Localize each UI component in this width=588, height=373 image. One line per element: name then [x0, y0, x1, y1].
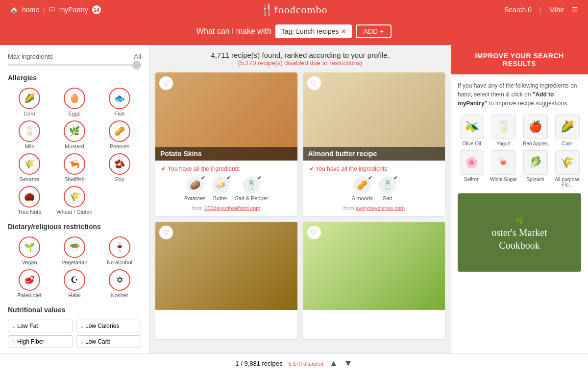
- allergy-label: Wheat / Gluten: [56, 209, 92, 215]
- source-link-1[interactable]: 100daysofrealfood.com: [204, 205, 260, 211]
- allergy-item-shellfish[interactable]: 🦐 Shellfish: [53, 153, 96, 182]
- max-ingredients-section: Max ingredients All: [8, 53, 141, 66]
- diet-item-vegan[interactable]: 🌱 Vegan: [8, 236, 51, 265]
- check-icon: ✔: [257, 175, 261, 181]
- diet-item-halal[interactable]: ☪ Halal: [53, 269, 96, 298]
- check-icon: ✔: [393, 175, 397, 181]
- search-bar: What can I make with Tag: Lunch recipes …: [0, 20, 588, 45]
- allergy-item-milk[interactable]: 🥛 Milk: [8, 120, 51, 149]
- allergy-item-eggs[interactable]: 🥚 Eggs: [53, 88, 96, 117]
- results-count: 4,711 recipe(s) found, ranked according …: [155, 51, 445, 59]
- allergy-icon: 🥛: [19, 120, 40, 142]
- diet-item-paleo-diet[interactable]: 🥩 Paleo diet: [8, 269, 51, 298]
- allergy-item-soy[interactable]: 🫘 Soy: [98, 153, 141, 182]
- pagination-bar: 1 / 9,881 recipes 5,170 disabled ▲ ▼: [0, 353, 588, 373]
- sidebar: Max ingredients All Allergies 🌽 Corn 🥚 E…: [0, 45, 149, 373]
- nutri-btn-low-carb[interactable]: ↓ Low Carb: [76, 335, 141, 348]
- favorite-button-1[interactable]: ♡: [159, 76, 173, 90]
- suggest-item-spinach[interactable]: 🥬 Spinach: [521, 150, 549, 187]
- favorite-button-3[interactable]: ♡: [159, 226, 173, 239]
- suggest-item-corn[interactable]: 🌽 Corn: [553, 115, 581, 146]
- diet-item-kosher[interactable]: ✡ Kosher: [98, 269, 141, 298]
- suggest-label: White Sugar: [490, 177, 517, 182]
- home-link[interactable]: home: [22, 6, 39, 14]
- diet-item-vegetarian[interactable]: 🥗 Vegetarian: [53, 236, 96, 265]
- suggest-label: Spinach: [526, 177, 544, 182]
- allergy-item-wheat-/-gluten[interactable]: 🌾 Wheat / Gluten: [53, 186, 96, 215]
- suggest-item-white-sugar[interactable]: 🍬 White Sugar: [490, 150, 517, 187]
- suggest-item-all-purpose-flo...[interactable]: 🌾 All-purpose Flo...: [553, 150, 581, 187]
- diet-heading: Dietary/religious restrictions: [8, 223, 141, 231]
- main-content: 4,711 recipe(s) found, ranked according …: [149, 45, 451, 373]
- allergy-icon: 🐟: [109, 88, 130, 109]
- nutri-btn-low-fat[interactable]: ↓ Low Fat: [8, 320, 73, 332]
- suggest-label: Red Apples: [523, 141, 548, 146]
- ingredient-label: Salt: [383, 195, 392, 201]
- header-right: Search 0 | Mihir ☰: [504, 6, 578, 14]
- nutritional-section: Nutritional values ↓ Low Fat↓ Low Calori…: [8, 306, 141, 348]
- source-link-2[interactable]: everydaydishes.com: [356, 205, 405, 211]
- suggest-item-olive-oil[interactable]: 🫒 Olive Oil: [458, 115, 486, 146]
- recipe-image-1: ♡ Potato Skins: [155, 72, 297, 161]
- improve-body: If you have any of the following ingredi…: [451, 74, 588, 279]
- mypantry-badge: 14: [92, 5, 101, 14]
- diet-icon: 🥩: [19, 269, 40, 291]
- ingredient-icon: 🧂 ✔: [243, 176, 260, 194]
- diet-item-no-alcohol[interactable]: 🍷 No alcohol: [98, 236, 141, 265]
- ingredient-icon: 🧈 ✔: [212, 176, 229, 194]
- diet-label: Paleo diet: [18, 292, 42, 298]
- allergy-icon: 🦐: [64, 153, 85, 175]
- tag-remove[interactable]: ×: [342, 27, 345, 35]
- results-header: 4,711 recipe(s) found, ranked according …: [155, 51, 445, 67]
- diet-label: Halal: [68, 292, 80, 298]
- recipe-info-2: ✔ You have all the ingredients 🥜 ✔ Almon…: [303, 161, 445, 216]
- ingredients-slider-track: [8, 64, 141, 66]
- add-ingredient-button[interactable]: ADD +: [356, 24, 392, 38]
- suggest-item-red-apples[interactable]: 🍎 Red Apples: [521, 115, 549, 146]
- cookbook-text: 🌿 oster's MarketCookbook: [491, 213, 547, 252]
- allergy-label: Peanuts: [110, 143, 129, 149]
- allergy-item-mustard[interactable]: 🌿 Mustard: [53, 120, 96, 149]
- allergy-icon: 🌰: [19, 186, 40, 208]
- menu-icon[interactable]: ☰: [572, 6, 578, 14]
- suggest-label: Yogurt: [496, 141, 511, 146]
- diet-grid: 🌱 Vegan 🥗 Vegetarian 🍷 No alcohol 🥩 Pale…: [8, 236, 141, 298]
- diet-icon: 🍷: [109, 236, 130, 258]
- nutri-btn-low-calories[interactable]: ↓ Low Calories: [76, 320, 141, 332]
- suggest-label: Saffron: [464, 177, 479, 182]
- recipe-title-2: Almond butter recipe: [303, 147, 445, 161]
- ingredient-item: 🥜 ✔ Almonds: [352, 176, 373, 201]
- recipe-img-3: ♡: [155, 222, 297, 310]
- ingredient-label: Butter: [213, 195, 227, 201]
- has-all-label-2: ✔ You have all the ingredients: [309, 165, 440, 172]
- allergy-label: Mustard: [65, 143, 84, 149]
- allergy-label: Corn: [24, 111, 35, 117]
- allergy-item-corn[interactable]: 🌽 Corn: [8, 88, 51, 117]
- search-link[interactable]: Search 0: [504, 6, 532, 14]
- recipe-grid-row2: ♡ ♡: [155, 222, 445, 339]
- page-up-button[interactable]: ▲: [329, 358, 338, 369]
- suggest-item-yogurt[interactable]: 🥛 Yogurt: [490, 115, 517, 146]
- allergy-item-tree-nuts[interactable]: 🌰 Tree Nuts: [8, 186, 51, 215]
- allergies-grid: 🌽 Corn 🥚 Eggs 🐟 Fish 🥛 Milk 🌿 Mustard 🥜 …: [8, 88, 141, 215]
- ingredients-slider-thumb[interactable]: [132, 61, 141, 70]
- header-left: 🏠 home | ☑ myPantry 14: [10, 5, 101, 14]
- allergy-item-fish[interactable]: 🐟 Fish: [98, 88, 141, 117]
- nutri-btn-high-fiber[interactable]: ↑ High Fiber: [8, 335, 73, 348]
- allergy-item-sesame[interactable]: 🌾 Sesame: [8, 153, 51, 182]
- page-down-button[interactable]: ▼: [344, 358, 353, 369]
- recipe-info-3: [155, 310, 297, 339]
- suggest-item-saffron[interactable]: 🌸 Saffron: [458, 150, 486, 187]
- allergy-label: Sesame: [20, 176, 39, 182]
- user-menu[interactable]: Mihir: [549, 6, 564, 14]
- allergy-icon: 🌿: [64, 120, 85, 142]
- header: 🏠 home | ☑ myPantry 14 🍴foodcombo Search…: [0, 0, 588, 20]
- favorite-button-4[interactable]: ♡: [307, 226, 321, 239]
- allergy-item-peanuts[interactable]: 🥜 Peanuts: [98, 120, 141, 149]
- favorite-button-2[interactable]: ♡: [307, 76, 321, 90]
- diet-label: Kosher: [111, 292, 128, 298]
- recipe-card-2: ♡ Almond butter recipe ✔ You have all th…: [303, 72, 445, 216]
- allergy-label: Fish: [115, 111, 125, 117]
- mypantry-link[interactable]: myPantry: [59, 6, 88, 14]
- suggest-grid: 🫒 Olive Oil 🥛 Yogurt 🍎 Red Apples 🌽 Corn…: [458, 115, 581, 187]
